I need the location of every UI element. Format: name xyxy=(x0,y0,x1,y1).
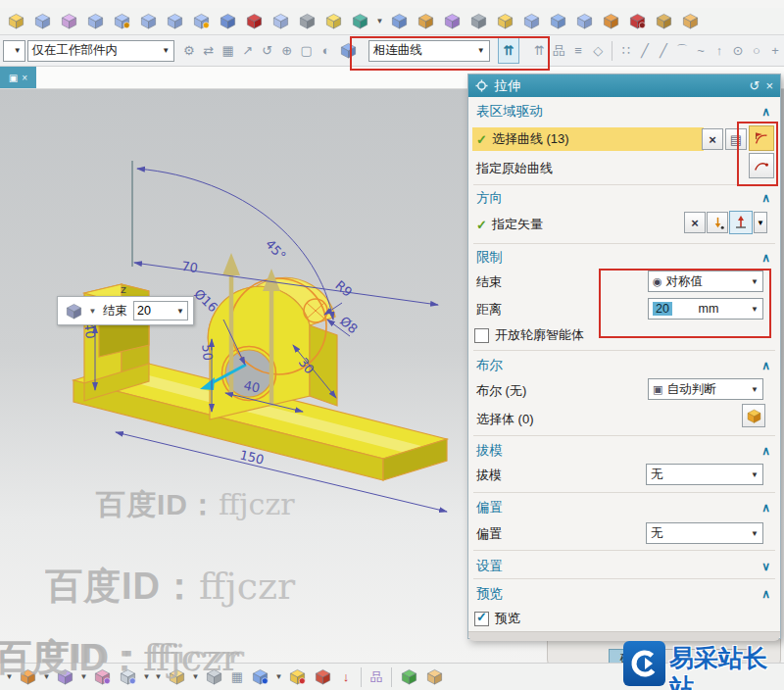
list-icon[interactable]: ≡ xyxy=(569,40,587,62)
deselect-button[interactable]: × xyxy=(702,128,723,150)
open-profile-checkbox[interactable] xyxy=(474,328,489,343)
chevron-up-icon[interactable]: ∧ xyxy=(761,191,770,205)
snap-line-icon[interactable]: ╱ xyxy=(636,40,654,62)
region-icon[interactable]: ▢ xyxy=(298,40,316,62)
open-profile-row[interactable]: 开放轮廓智能体 xyxy=(474,326,584,344)
feature-icon[interactable] xyxy=(600,10,622,32)
curve-list-button[interactable]: ▤ xyxy=(725,128,747,150)
feature-icon[interactable] xyxy=(243,10,266,32)
feature-icon[interactable] xyxy=(467,10,490,32)
distance-input[interactable]: 20 mm ▼ xyxy=(648,298,763,320)
feature-icon[interactable] xyxy=(547,10,569,32)
stop-short-icon[interactable]: ⇈ xyxy=(530,40,548,62)
feature-icon[interactable] xyxy=(137,10,160,32)
nodes-icon[interactable]: 品 xyxy=(368,666,385,688)
feature-icon[interactable] xyxy=(5,10,27,32)
feature-icon[interactable] xyxy=(349,10,371,32)
star-cube-icon[interactable] xyxy=(286,665,309,688)
group-icon[interactable]: 品 xyxy=(550,40,567,62)
select-body-row[interactable]: 选择体 (0) xyxy=(476,408,534,431)
curve-rule-combo[interactable]: 相连曲线 ▼ xyxy=(368,40,490,62)
feature-icon[interactable] xyxy=(388,10,411,32)
vector-options-dropdown[interactable]: ▼ xyxy=(754,212,767,233)
feature-icon[interactable] xyxy=(84,10,107,32)
chevron-up-icon[interactable]: ∧ xyxy=(761,359,770,372)
feature-icon[interactable] xyxy=(415,10,437,32)
draft-combo[interactable]: 无 ▼ xyxy=(646,464,763,485)
work-cube-icon[interactable] xyxy=(337,39,360,62)
end-combo[interactable]: ◉ 对称值 ▼ xyxy=(648,271,763,292)
snap-point-icon[interactable]: ∷ xyxy=(617,40,635,62)
offset-combo[interactable]: 无 ▼ xyxy=(646,522,763,544)
section-limits[interactable]: 限制∧ xyxy=(476,248,770,268)
add-icon[interactable]: ⊕ xyxy=(278,40,296,62)
snap-intersection-icon[interactable]: + xyxy=(766,40,784,62)
dialog-titlebar[interactable]: 拉伸 ↺ × xyxy=(468,74,780,97)
section-draft[interactable]: 拔模∧ xyxy=(476,441,770,461)
snap-center-icon[interactable]: ⊙ xyxy=(729,40,747,62)
vector-point-button[interactable] xyxy=(707,212,728,233)
shade-icon[interactable]: ◐ xyxy=(318,40,335,62)
palette-icon[interactable] xyxy=(398,665,420,688)
chevron-up-icon[interactable]: ∧ xyxy=(761,105,770,119)
feature-icon[interactable] xyxy=(494,10,516,32)
grid-icon[interactable]: ▦ xyxy=(220,40,237,62)
section-settings[interactable]: 设置∨ xyxy=(476,557,770,576)
move-icon[interactable]: ↗ xyxy=(239,40,257,62)
section-direction[interactable]: 方向∧ xyxy=(476,188,770,208)
section-offset[interactable]: 偏置∧ xyxy=(476,498,770,518)
feature-icon[interactable] xyxy=(296,10,318,32)
feature-icon[interactable] xyxy=(322,10,345,32)
snap-line2-icon[interactable]: ╱ xyxy=(655,40,672,62)
distance-onscreen-input[interactable]: 20 ▼ xyxy=(133,301,188,320)
value-mode-icon[interactable] xyxy=(63,300,85,322)
datum-arrow-icon[interactable]: ↓ xyxy=(337,666,355,688)
feature-icon[interactable] xyxy=(111,10,133,32)
close-icon[interactable]: × xyxy=(22,73,27,83)
preview-row[interactable]: 预览 xyxy=(474,610,520,627)
boolean-combo[interactable]: ▣ 自动判断 ▼ xyxy=(648,378,763,400)
feature-icon[interactable] xyxy=(58,10,80,32)
scope-combo[interactable]: 仅在工作部件内 ▼ xyxy=(27,40,175,62)
feature-icon[interactable] xyxy=(653,10,675,32)
section-table-region[interactable]: 表区域驱动∧ xyxy=(476,102,770,122)
snap-vertical-icon[interactable]: ↑ xyxy=(710,40,728,62)
brush-icon[interactable] xyxy=(423,665,446,688)
dd7-icon[interactable]: ▼ xyxy=(274,666,283,688)
section-boolean[interactable]: 布尔∧ xyxy=(476,356,770,375)
select-curve-row[interactable]: ✓ 选择曲线 (13) xyxy=(472,127,704,151)
close-icon[interactable]: × xyxy=(765,78,773,93)
vector-dialog-button[interactable] xyxy=(729,211,753,234)
rotate-icon[interactable]: ↺ xyxy=(259,40,276,62)
panel-tab[interactable]: ▣ × xyxy=(0,67,36,88)
onscreen-input-bar[interactable]: ▼ 结束 20 ▼ xyxy=(57,296,194,325)
chevron-up-icon[interactable]: ∧ xyxy=(761,587,770,601)
feature-icon[interactable] xyxy=(626,10,649,32)
feature-icon[interactable] xyxy=(190,10,213,32)
feature-icon[interactable] xyxy=(270,10,292,32)
feature-icon[interactable] xyxy=(217,10,239,32)
more-features-icon[interactable]: ▼ xyxy=(375,11,384,32)
snap-spline-icon[interactable]: ~ xyxy=(692,40,710,62)
diamond-icon[interactable]: ◇ xyxy=(589,40,607,62)
chevron-up-icon[interactable]: ∧ xyxy=(761,251,770,265)
feature-icon[interactable] xyxy=(164,10,186,32)
feature-icon[interactable] xyxy=(679,10,702,32)
type-filter-combo[interactable]: ▼ xyxy=(3,40,25,62)
orig-curve-button[interactable] xyxy=(749,153,774,178)
preview-checkbox[interactable] xyxy=(474,612,489,626)
feature-icon[interactable] xyxy=(573,10,596,32)
swap-icon[interactable]: ⇄ xyxy=(200,40,218,62)
mirror-icon[interactable] xyxy=(312,665,334,688)
chevron-up-icon[interactable]: ∧ xyxy=(761,444,770,458)
chevron-down-icon[interactable]: ▼ xyxy=(88,300,97,321)
select-body-button[interactable] xyxy=(742,404,765,427)
chevron-up-icon[interactable]: ∧ xyxy=(761,501,770,515)
section-preview[interactable]: 预览∧ xyxy=(476,584,770,604)
people-icon[interactable] xyxy=(249,665,271,688)
gear-icon[interactable]: ⚙ xyxy=(180,40,198,62)
vector-deselect-button[interactable]: × xyxy=(684,212,706,233)
feature-icon[interactable] xyxy=(31,10,54,32)
stop-at-intersection-button[interactable]: ⇈ xyxy=(498,37,520,64)
reset-icon[interactable]: ↺ xyxy=(750,78,760,93)
